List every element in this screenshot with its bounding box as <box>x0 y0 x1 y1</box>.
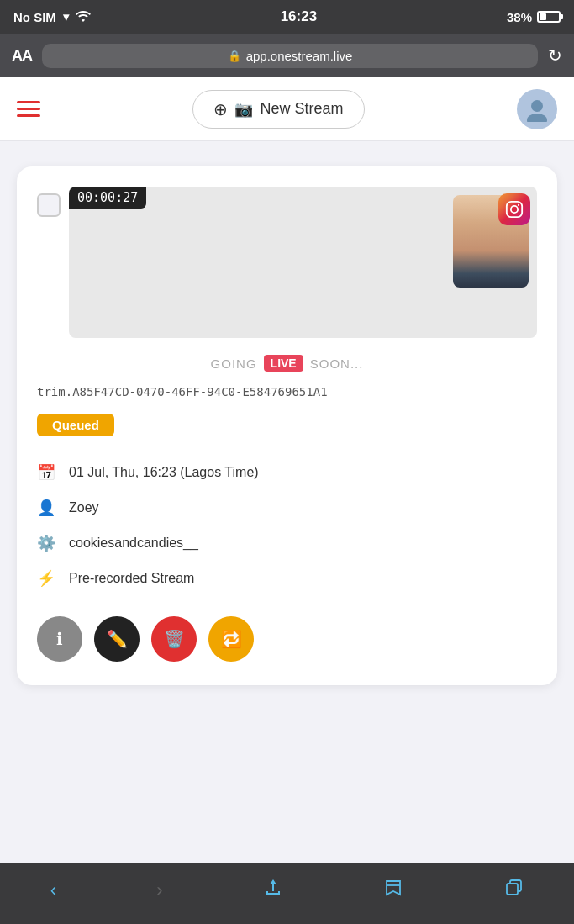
url-text: app.onestream.live <box>246 49 353 63</box>
edit-icon: ✏️ <box>107 629 128 649</box>
battery-icon <box>537 11 561 23</box>
browser-url-bar[interactable]: 🔒 app.onestream.live <box>42 44 538 68</box>
going-live-banner: GOING LIVE SOON... <box>37 355 537 372</box>
status-right: 38% <box>507 10 561 24</box>
checkbox-area <box>37 193 61 217</box>
hamburger-line-2 <box>17 108 40 110</box>
bottom-nav: ‹ › <box>0 863 574 924</box>
wifi-icon: ▾ <box>63 10 69 24</box>
main-content: 00:00:27 GOING LIVE SOON... trim.A85F47C… <box>0 166 574 702</box>
svg-point-1 <box>527 114 547 122</box>
svg-rect-5 <box>507 202 522 217</box>
meta-account: ⚙️ cookiesandcandies__ <box>37 525 537 561</box>
hamburger-menu[interactable] <box>17 101 40 117</box>
svg-point-0 <box>531 100 543 112</box>
going-text: GOING <box>211 356 257 371</box>
carrier-label: No SIM <box>13 10 56 24</box>
forward-button[interactable]: › <box>156 879 162 901</box>
tabs-button[interactable] <box>503 878 524 903</box>
meta-type: ⚡ Pre-recorded Stream <box>37 561 537 596</box>
user-value: Zoey <box>69 500 99 515</box>
repost-icon: 🔁 <box>221 629 242 649</box>
status-badge: Queued <box>37 414 114 436</box>
repost-button[interactable]: 🔁 <box>208 616 254 662</box>
browser-aa-button[interactable]: AA <box>12 47 32 65</box>
hamburger-line-3 <box>17 114 40 117</box>
info-button[interactable]: ℹ <box>37 616 82 662</box>
calendar-icon: 📅 <box>37 463 55 482</box>
spacer <box>0 141 574 166</box>
refresh-button[interactable]: ↻ <box>548 45 562 66</box>
hamburger-line-1 <box>17 101 40 103</box>
back-button[interactable]: ‹ <box>50 879 56 901</box>
new-stream-button[interactable]: ⊕ 📷 New Stream <box>192 90 364 129</box>
person-icon: 👤 <box>37 499 55 517</box>
new-stream-label: New Stream <box>260 100 343 118</box>
delete-button[interactable]: 🗑️ <box>151 616 197 662</box>
user-avatar[interactable] <box>517 89 557 129</box>
info-icon: ℹ <box>56 629 63 649</box>
edit-button[interactable]: ✏️ <box>94 616 140 662</box>
bookmarks-button[interactable] <box>383 878 403 903</box>
share-button[interactable] <box>263 878 283 903</box>
date-value: 01 Jul, Thu, 16:23 (Lagos Time) <box>69 465 259 480</box>
lightning-icon: ⚡ <box>37 569 55 588</box>
action-buttons: ℹ ✏️ 🗑️ 🔁 <box>37 616 537 662</box>
stream-id: trim.A85F47CD-0470-46FF-94C0-E584769651A… <box>37 385 537 399</box>
account-value: cookiesandcandies__ <box>69 536 198 551</box>
lock-icon: 🔒 <box>228 50 241 62</box>
svg-point-4 <box>518 204 519 206</box>
video-timestamp: 00:00:27 <box>69 187 146 209</box>
status-bar: No SIM ▾ 16:23 38% <box>0 0 574 34</box>
nav-header: ⊕ 📷 New Stream <box>0 77 574 141</box>
video-thumbnail: 00:00:27 <box>69 187 537 338</box>
instagram-badge <box>498 193 530 225</box>
upload-icon: ⊕ <box>213 99 228 119</box>
svg-point-3 <box>511 206 518 213</box>
browser-bar: AA 🔒 app.onestream.live ↻ <box>0 34 574 77</box>
settings-icon: ⚙️ <box>37 534 55 552</box>
live-badge: LIVE <box>264 355 303 372</box>
wifi-signal-icon <box>76 10 91 24</box>
camera-icon: 📷 <box>234 100 253 119</box>
type-value: Pre-recorded Stream <box>69 571 194 586</box>
meta-list: 📅 01 Jul, Thu, 16:23 (Lagos Time) 👤 Zoey… <box>37 455 537 596</box>
delete-icon: 🗑️ <box>164 629 185 649</box>
stream-card: 00:00:27 GOING LIVE SOON... trim.A85F47C… <box>17 166 557 685</box>
meta-user: 👤 Zoey <box>37 490 537 525</box>
status-time: 16:23 <box>281 8 317 25</box>
soon-text: SOON... <box>310 356 364 371</box>
video-preview: 00:00:27 <box>37 187 537 338</box>
stream-checkbox[interactable] <box>37 193 61 217</box>
battery-percent: 38% <box>507 10 532 24</box>
svg-rect-7 <box>507 884 518 895</box>
meta-date: 📅 01 Jul, Thu, 16:23 (Lagos Time) <box>37 455 537 490</box>
status-left: No SIM ▾ <box>13 10 91 24</box>
